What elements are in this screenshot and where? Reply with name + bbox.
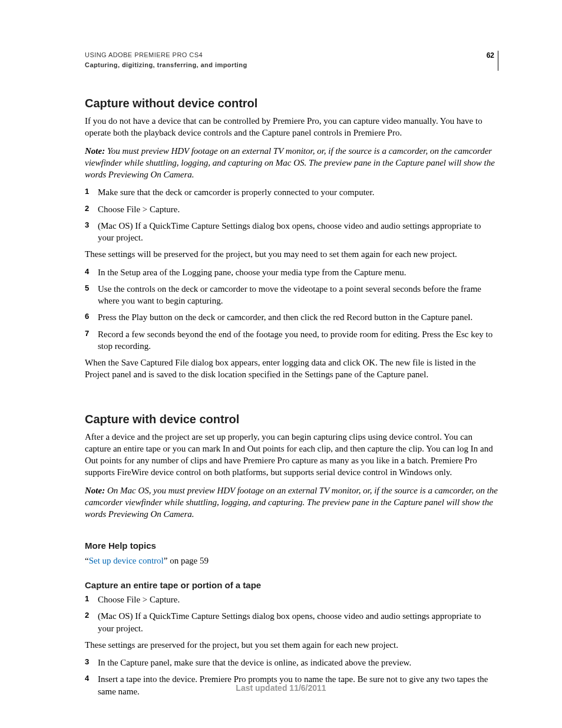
subsection-heading-capture-tape: Capture an entire tape or portion of a t… <box>85 579 498 591</box>
page-footer: Last updated 11/6/2011 <box>0 683 562 694</box>
note-body: On Mac OS, you must preview HDV footage … <box>85 486 498 519</box>
note-label: Note: <box>85 486 105 495</box>
list-item: (Mac OS) If a QuickTime Capture Settings… <box>85 220 498 244</box>
list-item: Press the Play button on the deck or cam… <box>85 311 498 323</box>
section2-steps-a: Choose File > Capture. (Mac OS) If a Qui… <box>85 594 498 634</box>
document-page: USING ADOBE PREMIERE PRO CS4 Capturing, … <box>0 0 562 697</box>
header-subtitle: Capturing, digitizing, transferring, and… <box>85 61 482 70</box>
section1-steps-a: Make sure that the deck or camcorder is … <box>85 186 498 243</box>
header-title: USING ADOBE PREMIERE PRO CS4 <box>85 51 482 60</box>
page-number: 62 <box>482 51 494 71</box>
list-item: Use the controls on the deck or camcorde… <box>85 283 498 307</box>
list-item: In the Setup area of the Logging pane, c… <box>85 266 498 278</box>
list-item: Choose File > Capture. <box>85 203 498 215</box>
section2-mid: These settings are preserved for the pro… <box>85 639 498 651</box>
section1-intro: If you do not have a device that can be … <box>85 115 498 139</box>
section-heading-capture-without: Capture without device control <box>85 95 498 111</box>
list-item: Choose File > Capture. <box>85 594 498 605</box>
page-header: USING ADOBE PREMIERE PRO CS4 Capturing, … <box>85 51 498 71</box>
section2-intro: After a device and the project are set u… <box>85 431 498 479</box>
list-item: (Mac OS) If a QuickTime Capture Settings… <box>85 610 498 634</box>
more-help-link-line: “Set up device control” on page 59 <box>85 555 498 566</box>
section1-outro: When the Save Captured File dialog box a… <box>85 357 498 381</box>
section-heading-capture-with: Capture with device control <box>85 411 498 427</box>
header-rule <box>498 51 498 71</box>
section2-note: Note: On Mac OS, you must preview HDV fo… <box>85 485 498 521</box>
link-set-up-device-control[interactable]: Set up device control <box>89 556 164 565</box>
link-suffix: ” on page 59 <box>164 556 209 565</box>
section1-mid: These settings will be preserved for the… <box>85 248 498 260</box>
note-label: Note: <box>85 146 105 156</box>
list-item: Make sure that the deck or camcorder is … <box>85 186 498 198</box>
quote-open: “ <box>85 556 89 565</box>
list-item: Record a few seconds beyond the end of t… <box>85 328 498 353</box>
section1-steps-b: In the Setup area of the Logging pane, c… <box>85 266 498 353</box>
list-item: In the Capture panel, make sure that the… <box>85 657 498 668</box>
more-help-heading: More Help topics <box>85 540 498 552</box>
section1-note: Note: You must preview HDV footage on an… <box>85 145 498 181</box>
note-body: You must preview HDV footage on an exter… <box>85 146 495 180</box>
